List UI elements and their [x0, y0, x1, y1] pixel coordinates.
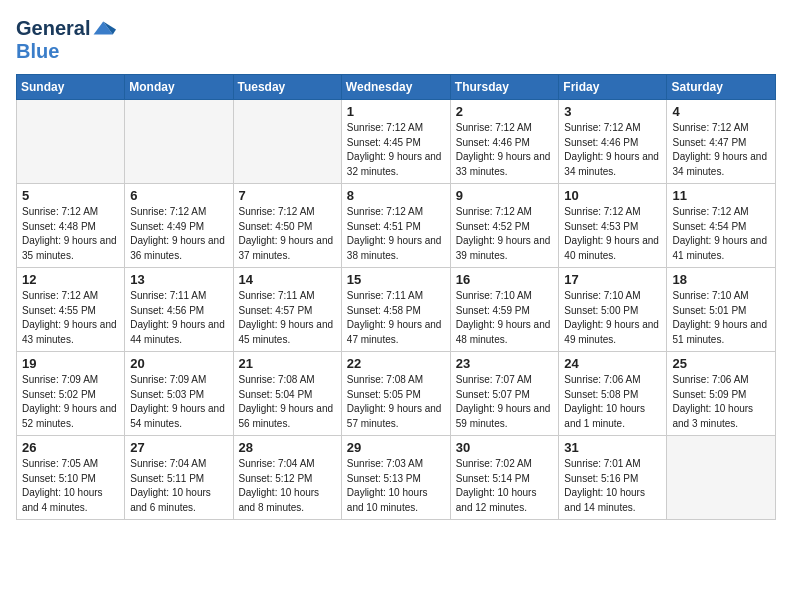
calendar-cell: 31Sunrise: 7:01 AM Sunset: 5:16 PM Dayli…: [559, 436, 667, 520]
day-number: 27: [130, 440, 227, 455]
weekday-header-row: SundayMondayTuesdayWednesdayThursdayFrid…: [17, 75, 776, 100]
calendar-cell: 4Sunrise: 7:12 AM Sunset: 4:47 PM Daylig…: [667, 100, 776, 184]
calendar-cell: [17, 100, 125, 184]
week-row-2: 12Sunrise: 7:12 AM Sunset: 4:55 PM Dayli…: [17, 268, 776, 352]
logo: General Blue: [16, 16, 116, 62]
weekday-header-friday: Friday: [559, 75, 667, 100]
weekday-header-sunday: Sunday: [17, 75, 125, 100]
day-info: Sunrise: 7:04 AM Sunset: 5:12 PM Dayligh…: [239, 457, 336, 515]
logo-text: General: [16, 17, 90, 39]
calendar-cell: 25Sunrise: 7:06 AM Sunset: 5:09 PM Dayli…: [667, 352, 776, 436]
calendar-cell: 8Sunrise: 7:12 AM Sunset: 4:51 PM Daylig…: [341, 184, 450, 268]
calendar-cell: 10Sunrise: 7:12 AM Sunset: 4:53 PM Dayli…: [559, 184, 667, 268]
day-info: Sunrise: 7:10 AM Sunset: 5:01 PM Dayligh…: [672, 289, 770, 347]
day-number: 12: [22, 272, 119, 287]
day-info: Sunrise: 7:05 AM Sunset: 5:10 PM Dayligh…: [22, 457, 119, 515]
day-number: 25: [672, 356, 770, 371]
calendar-cell: 6Sunrise: 7:12 AM Sunset: 4:49 PM Daylig…: [125, 184, 233, 268]
day-info: Sunrise: 7:12 AM Sunset: 4:50 PM Dayligh…: [239, 205, 336, 263]
calendar-cell: 24Sunrise: 7:06 AM Sunset: 5:08 PM Dayli…: [559, 352, 667, 436]
day-number: 9: [456, 188, 554, 203]
day-number: 24: [564, 356, 661, 371]
day-info: Sunrise: 7:12 AM Sunset: 4:48 PM Dayligh…: [22, 205, 119, 263]
weekday-header-thursday: Thursday: [450, 75, 559, 100]
day-number: 29: [347, 440, 445, 455]
day-number: 22: [347, 356, 445, 371]
day-number: 8: [347, 188, 445, 203]
day-number: 31: [564, 440, 661, 455]
day-info: Sunrise: 7:09 AM Sunset: 5:02 PM Dayligh…: [22, 373, 119, 431]
day-number: 26: [22, 440, 119, 455]
logo-blue: Blue: [16, 40, 59, 62]
day-number: 21: [239, 356, 336, 371]
calendar-cell: 9Sunrise: 7:12 AM Sunset: 4:52 PM Daylig…: [450, 184, 559, 268]
page-container: General Blue SundayMondayTuesdayWednesda…: [0, 0, 792, 530]
day-info: Sunrise: 7:04 AM Sunset: 5:11 PM Dayligh…: [130, 457, 227, 515]
day-number: 18: [672, 272, 770, 287]
day-info: Sunrise: 7:12 AM Sunset: 4:55 PM Dayligh…: [22, 289, 119, 347]
day-number: 13: [130, 272, 227, 287]
calendar-cell: 7Sunrise: 7:12 AM Sunset: 4:50 PM Daylig…: [233, 184, 341, 268]
calendar-cell: 21Sunrise: 7:08 AM Sunset: 5:04 PM Dayli…: [233, 352, 341, 436]
day-info: Sunrise: 7:12 AM Sunset: 4:53 PM Dayligh…: [564, 205, 661, 263]
calendar-cell: 16Sunrise: 7:10 AM Sunset: 4:59 PM Dayli…: [450, 268, 559, 352]
day-number: 17: [564, 272, 661, 287]
day-info: Sunrise: 7:03 AM Sunset: 5:13 PM Dayligh…: [347, 457, 445, 515]
day-number: 16: [456, 272, 554, 287]
calendar-cell: 12Sunrise: 7:12 AM Sunset: 4:55 PM Dayli…: [17, 268, 125, 352]
day-info: Sunrise: 7:12 AM Sunset: 4:46 PM Dayligh…: [456, 121, 554, 179]
day-number: 15: [347, 272, 445, 287]
day-number: 2: [456, 104, 554, 119]
weekday-header-tuesday: Tuesday: [233, 75, 341, 100]
weekday-header-monday: Monday: [125, 75, 233, 100]
day-info: Sunrise: 7:10 AM Sunset: 4:59 PM Dayligh…: [456, 289, 554, 347]
day-info: Sunrise: 7:09 AM Sunset: 5:03 PM Dayligh…: [130, 373, 227, 431]
week-row-3: 19Sunrise: 7:09 AM Sunset: 5:02 PM Dayli…: [17, 352, 776, 436]
calendar-cell: 3Sunrise: 7:12 AM Sunset: 4:46 PM Daylig…: [559, 100, 667, 184]
day-info: Sunrise: 7:11 AM Sunset: 4:58 PM Dayligh…: [347, 289, 445, 347]
calendar-cell: 2Sunrise: 7:12 AM Sunset: 4:46 PM Daylig…: [450, 100, 559, 184]
day-number: 11: [672, 188, 770, 203]
day-info: Sunrise: 7:12 AM Sunset: 4:45 PM Dayligh…: [347, 121, 445, 179]
calendar-cell: 20Sunrise: 7:09 AM Sunset: 5:03 PM Dayli…: [125, 352, 233, 436]
day-info: Sunrise: 7:10 AM Sunset: 5:00 PM Dayligh…: [564, 289, 661, 347]
week-row-1: 5Sunrise: 7:12 AM Sunset: 4:48 PM Daylig…: [17, 184, 776, 268]
day-info: Sunrise: 7:07 AM Sunset: 5:07 PM Dayligh…: [456, 373, 554, 431]
calendar-cell: 30Sunrise: 7:02 AM Sunset: 5:14 PM Dayli…: [450, 436, 559, 520]
day-number: 23: [456, 356, 554, 371]
day-info: Sunrise: 7:12 AM Sunset: 4:52 PM Dayligh…: [456, 205, 554, 263]
calendar-cell: 29Sunrise: 7:03 AM Sunset: 5:13 PM Dayli…: [341, 436, 450, 520]
calendar-cell: 26Sunrise: 7:05 AM Sunset: 5:10 PM Dayli…: [17, 436, 125, 520]
calendar-cell: [667, 436, 776, 520]
day-info: Sunrise: 7:08 AM Sunset: 5:04 PM Dayligh…: [239, 373, 336, 431]
day-number: 6: [130, 188, 227, 203]
calendar-cell: 15Sunrise: 7:11 AM Sunset: 4:58 PM Dayli…: [341, 268, 450, 352]
calendar-cell: 18Sunrise: 7:10 AM Sunset: 5:01 PM Dayli…: [667, 268, 776, 352]
day-info: Sunrise: 7:12 AM Sunset: 4:51 PM Dayligh…: [347, 205, 445, 263]
day-number: 7: [239, 188, 336, 203]
calendar-cell: 1Sunrise: 7:12 AM Sunset: 4:45 PM Daylig…: [341, 100, 450, 184]
calendar-cell: [233, 100, 341, 184]
day-number: 3: [564, 104, 661, 119]
calendar-table: SundayMondayTuesdayWednesdayThursdayFrid…: [16, 74, 776, 520]
day-info: Sunrise: 7:06 AM Sunset: 5:09 PM Dayligh…: [672, 373, 770, 431]
calendar-cell: 19Sunrise: 7:09 AM Sunset: 5:02 PM Dayli…: [17, 352, 125, 436]
day-info: Sunrise: 7:06 AM Sunset: 5:08 PM Dayligh…: [564, 373, 661, 431]
calendar-cell: 14Sunrise: 7:11 AM Sunset: 4:57 PM Dayli…: [233, 268, 341, 352]
day-info: Sunrise: 7:08 AM Sunset: 5:05 PM Dayligh…: [347, 373, 445, 431]
calendar-cell: 5Sunrise: 7:12 AM Sunset: 4:48 PM Daylig…: [17, 184, 125, 268]
day-info: Sunrise: 7:11 AM Sunset: 4:56 PM Dayligh…: [130, 289, 227, 347]
week-row-4: 26Sunrise: 7:05 AM Sunset: 5:10 PM Dayli…: [17, 436, 776, 520]
calendar-cell: [125, 100, 233, 184]
day-number: 1: [347, 104, 445, 119]
calendar-cell: 17Sunrise: 7:10 AM Sunset: 5:00 PM Dayli…: [559, 268, 667, 352]
day-number: 14: [239, 272, 336, 287]
day-info: Sunrise: 7:01 AM Sunset: 5:16 PM Dayligh…: [564, 457, 661, 515]
calendar-cell: 11Sunrise: 7:12 AM Sunset: 4:54 PM Dayli…: [667, 184, 776, 268]
weekday-header-wednesday: Wednesday: [341, 75, 450, 100]
day-number: 10: [564, 188, 661, 203]
calendar-cell: 27Sunrise: 7:04 AM Sunset: 5:11 PM Dayli…: [125, 436, 233, 520]
weekday-header-saturday: Saturday: [667, 75, 776, 100]
logo-icon: [92, 16, 116, 40]
day-number: 20: [130, 356, 227, 371]
